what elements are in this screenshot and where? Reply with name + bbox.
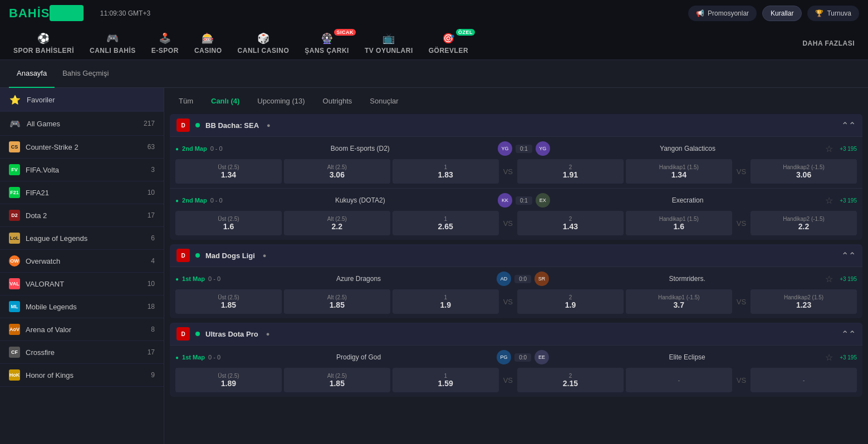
odds-2-4[interactable]: 22.15	[517, 368, 624, 392]
odds-alt-2[interactable]: Alt (2.5)2.2	[284, 211, 390, 235]
team1-name-4: Prodigy of God	[224, 353, 493, 361]
match-boom-yangon: ● 2nd Map 0 - 0 Boom E-sports (D2) YG 0:…	[170, 136, 862, 188]
nav-gorevler[interactable]: ÖZEL 🎯 GÖREVLER	[421, 27, 476, 60]
collapse-icon[interactable]: ⌃⌃	[841, 120, 856, 131]
live-dot-md	[195, 253, 200, 258]
sidebar-item-honor-of-kings[interactable]: HoK Honor of Kings 9	[0, 364, 164, 387]
filter-sonuclar[interactable]: Sonuçlar	[361, 93, 407, 108]
fav-star-1[interactable]: ☆	[825, 144, 833, 154]
live-indicator-md: ●	[263, 252, 267, 259]
odds-1-3[interactable]: 11.9	[393, 289, 499, 314]
sidebar-item-all-games[interactable]: 🎮 All Games 217	[0, 112, 164, 136]
sidebar-item-favoriler[interactable]: ⭐ Favoriler	[0, 88, 164, 112]
odds-alt-4[interactable]: Alt (2.5)1.85	[284, 368, 390, 392]
tv-icon: 📺	[382, 32, 395, 45]
team1-name-1: Boom E-sports (D2)	[226, 145, 494, 152]
more-btn-2[interactable]: +3 195	[840, 198, 857, 204]
cs2-icon: CS	[9, 141, 20, 152]
league-header-ultras[interactable]: D Ultras Dota Pro ● ⌃⌃	[170, 323, 862, 345]
logo: BAHİSBEY	[9, 6, 84, 21]
odds-hk2-3[interactable]: Handikap2 (1.5)1.23	[751, 289, 857, 314]
odds-hk2-4[interactable]: -	[751, 368, 857, 392]
match-score-1: 0 - 0	[210, 145, 223, 152]
promosyonlar-button[interactable]: 📢 Promosyonlar	[688, 6, 757, 21]
more-btn-1[interactable]: +3 195	[840, 146, 857, 152]
more-btn-3[interactable]: +3 195	[840, 276, 857, 282]
odds-hk1-3[interactable]: Handikap1 (-1.5)3.7	[626, 289, 732, 314]
dota2-icon: D2	[9, 210, 20, 221]
sidebar-item-fifa21[interactable]: F21 FIFA21 10	[0, 181, 164, 204]
team1-avatar-1: YG	[498, 141, 512, 156]
spor-icon: ⚽	[37, 32, 50, 45]
kurallar-button[interactable]: Kurallar	[762, 6, 802, 21]
nav-spor-bahisleri[interactable]: ⚽ SPOR BAHİSLERİ	[6, 27, 82, 60]
match-score-4: 0 - 0	[208, 354, 220, 361]
fav-star-2[interactable]: ☆	[825, 195, 833, 206]
filter-outrights[interactable]: Outrights	[314, 93, 361, 108]
nav-canli-bahis[interactable]: 🎮 CANLI BAHİS	[82, 27, 144, 60]
nav-canli-casino[interactable]: 🎲 CANLI CASINO	[230, 27, 297, 60]
odds-2-3[interactable]: 21.9	[517, 289, 624, 314]
odds-1-1[interactable]: 11.83	[393, 159, 499, 184]
ultras-icon: D	[176, 327, 190, 341]
nav-tv-oyunlari[interactable]: 📺 TV OYUNLARI	[357, 27, 421, 60]
filter-upcoming[interactable]: Upcoming (13)	[248, 93, 313, 108]
canli-bahis-icon: 🎮	[106, 32, 119, 45]
collapse-icon-ud[interactable]: ⌃⌃	[841, 329, 856, 339]
odds-alt-3[interactable]: Alt (2.5)1.85	[284, 289, 390, 314]
odds-hk2-2[interactable]: Handikap2 (-1.5)2.2	[751, 211, 857, 235]
filter-canli[interactable]: Canlı (4)	[202, 93, 248, 108]
team2-name-1: Yangon Galacticos	[553, 145, 822, 152]
odds-grid-2: Üst (2.5)1.6 Alt (2.5)2.2 12.65 VS 21.43…	[175, 211, 857, 235]
sub-tabs: Anasayfa Bahis Geçmişi	[0, 60, 868, 88]
team1-name-3: Azure Dragons	[224, 275, 493, 283]
tab-anasayfa[interactable]: Anasayfa	[9, 60, 55, 88]
nav-casino[interactable]: 🎰 CASINO	[187, 27, 230, 60]
turnuva-button[interactable]: 🏆 Turnuva	[807, 6, 859, 21]
league-header-bb-dacha[interactable]: D BB Dacha: SEA ● ⌃⌃	[170, 114, 862, 136]
live-dot-4: ●	[175, 354, 179, 361]
odds-alt-1[interactable]: Alt (2.5)3.06	[284, 159, 390, 184]
odds-ust-2[interactable]: Üst (2.5)1.6	[175, 211, 282, 235]
sidebar-item-mobile-legends[interactable]: ML Mobile Legends 18	[0, 295, 164, 318]
sidebar-item-fifa-volta[interactable]: FV FIFA.Volta 3	[0, 159, 164, 181]
sidebar-item-overwatch[interactable]: OW Overwatch 4	[0, 250, 164, 273]
sidebar-item-dota2[interactable]: D2 Dota 2 17	[0, 204, 164, 227]
nav-daha-fazlasi[interactable]: DAHA FAZLASI	[795, 27, 862, 60]
odds-hk2-1[interactable]: Handikap2 (-1.5)3.06	[751, 159, 857, 184]
odds-2-1[interactable]: 21.91	[517, 159, 624, 184]
filter-tum[interactable]: Tüm	[170, 93, 202, 108]
fav-star-4[interactable]: ☆	[825, 352, 833, 363]
nav-sans-carki[interactable]: SICAK 🎡 ŞANS ÇARKI	[297, 27, 357, 60]
odds-1-2[interactable]: 12.65	[393, 211, 499, 235]
main-content: Tüm Canlı (4) Upcoming (13) Outrights So…	[164, 88, 868, 444]
match-info-row-4: ● 1st Map 0 - 0 Prodigy of God PG 0:0 EE…	[175, 350, 857, 364]
sidebar-item-crossfire[interactable]: CF Crossfire 17	[0, 341, 164, 364]
sidebar-item-valorant[interactable]: VAL VALORANT 10	[0, 273, 164, 295]
gorev-icon: 🎯	[442, 32, 455, 45]
fav-star-3[interactable]: ☆	[825, 274, 833, 284]
match-info-row-2: ● 2nd Map 0 - 0 Kukuys (DOTA2) KK 0:1 EX…	[175, 193, 857, 208]
odds-1-4[interactable]: 11.59	[393, 368, 499, 392]
odds-hk1-4[interactable]: -	[626, 368, 732, 392]
sidebar-item-cs2[interactable]: CS Counter-Strike 2 63	[0, 136, 164, 159]
nav-espor[interactable]: 🕹️ E-SPOR	[144, 27, 187, 60]
tab-bahis-gecmisi[interactable]: Bahis Geçmişi	[55, 60, 116, 88]
odds-hk1-2[interactable]: Handikap1 (1.5)1.6	[626, 211, 732, 235]
league-ultras-dota: D Ultras Dota Pro ● ⌃⌃ ● 1st Map 0 - 0 P…	[170, 323, 862, 397]
odds-2-2[interactable]: 21.43	[517, 211, 624, 235]
team1-name-2: Kukuys (DOTA2)	[226, 196, 494, 204]
bb-dacha-icon: D	[176, 119, 190, 132]
more-btn-4[interactable]: +3 195	[840, 354, 857, 361]
odds-ust-1[interactable]: Üst (2.5)1.34	[175, 159, 282, 184]
odds-ust-4[interactable]: Üst (2.5)1.89	[175, 368, 282, 392]
sidebar-item-lol[interactable]: LoL League of Legends 6	[0, 227, 164, 250]
live-indicator: ●	[267, 122, 271, 129]
odds-ust-3[interactable]: Üst (2.5)1.85	[175, 289, 282, 314]
odds-hk1-1[interactable]: Handikap1 (1.5)1.34	[626, 159, 732, 184]
top-bar: BAHİSBEY 11:09:30 GMT+3 📢 Promosyonlar K…	[0, 0, 868, 27]
collapse-icon-md[interactable]: ⌃⌃	[841, 250, 856, 261]
sidebar-item-arena-of-valor[interactable]: AoV Arena of Valor 8	[0, 318, 164, 341]
star-icon: ⭐	[9, 93, 21, 106]
league-header-mad-dogs[interactable]: D Mad Dogs Ligi ● ⌃⌃	[170, 244, 862, 267]
